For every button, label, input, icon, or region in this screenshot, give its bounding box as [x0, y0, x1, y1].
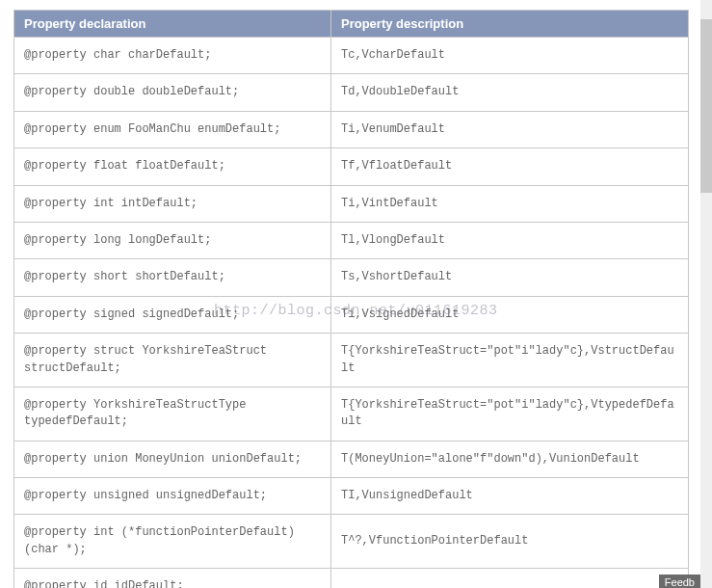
cell-decl: @property char charDefault; [14, 38, 331, 74]
cell-desc: TI,VunsignedDefault [331, 478, 689, 515]
table-row: @property id idDefault; Note: the compil… [14, 569, 689, 588]
cell-desc: Ti,VsignedDefault [331, 296, 689, 333]
cell-decl: @property int intDefault; [14, 185, 331, 222]
decl-code: @property id idDefault; [24, 579, 184, 588]
cell-decl: @property long longDefault; [14, 222, 331, 258]
table-row: @property signed signedDefault;Ti,Vsigne… [14, 296, 689, 333]
table-row: @property char charDefault;Tc,VcharDefau… [14, 38, 689, 74]
cell-desc: Tl,VlongDefault [331, 222, 689, 258]
table-row: @property struct YorkshireTeaStruct stru… [14, 334, 689, 388]
cell-decl: @property short shortDefault; [14, 259, 331, 296]
scrollbar-thumb[interactable] [700, 19, 712, 193]
scrollbar-track[interactable] [700, 0, 712, 588]
cell-decl: @property unsigned unsignedDefault; [14, 478, 331, 515]
cell-decl: @property id idDefault; Note: the compil… [14, 569, 331, 588]
table-row: @property int (*functionPointerDefault)(… [14, 515, 689, 569]
header-description: Property description [331, 11, 689, 38]
table-row: @property enum FooManChu enumDefault;Ti,… [14, 111, 689, 147]
cell-decl: @property struct YorkshireTeaStruct stru… [14, 334, 331, 388]
feedback-tab[interactable]: Feedb [659, 575, 700, 588]
cell-decl: @property union MoneyUnion unionDefault; [14, 441, 331, 477]
cell-desc: T(MoneyUnion="alone"f"down"d),VunionDefa… [331, 441, 689, 477]
table-row: @property YorkshireTeaStructType typedef… [14, 387, 689, 441]
cell-desc: Tc,VcharDefault [331, 38, 689, 74]
cell-desc: T{YorkshireTeaStruct="pot"i"lady"c},Vstr… [331, 334, 689, 388]
table-row: @property float floatDefault;Tf,VfloatDe… [14, 148, 689, 185]
cell-decl: @property double doubleDefault; [14, 74, 331, 111]
table-row: @property unsigned unsignedDefault;TI,Vu… [14, 478, 689, 515]
cell-desc: Ti,VintDefault [331, 185, 689, 222]
cell-desc: T{YorkshireTeaStruct="pot"i"lady"c},Vtyp… [331, 387, 689, 441]
table-row: @property union MoneyUnion unionDefault;… [14, 441, 689, 477]
table-row: @property int intDefault;Ti,VintDefault [14, 185, 689, 222]
cell-desc: Ti,VenumDefault [331, 111, 689, 147]
cell-desc: T^?,VfunctionPointerDefault [331, 515, 689, 569]
cell-decl: @property signed signedDefault; [14, 296, 331, 333]
cell-desc: Tf,VfloatDefault [331, 148, 689, 185]
table-row: @property double doubleDefault;Td,Vdoubl… [14, 74, 689, 111]
cell-decl: @property float floatDefault; [14, 148, 331, 185]
header-declaration: Property declaration [14, 11, 331, 38]
cell-desc: Ts,VshortDefault [331, 259, 689, 296]
table-row: @property long longDefault;Tl,VlongDefau… [14, 222, 689, 258]
cell-decl: @property YorkshireTeaStructType typedef… [14, 387, 331, 441]
property-table: Property declaration Property descriptio… [13, 10, 689, 588]
table-row: @property short shortDefault;Ts,VshortDe… [14, 259, 689, 296]
cell-desc: T@,VidDefault [331, 569, 689, 588]
cell-desc: Td,VdoubleDefault [331, 74, 689, 111]
cell-decl: @property enum FooManChu enumDefault; [14, 111, 331, 147]
cell-decl: @property int (*functionPointerDefault)(… [14, 515, 331, 569]
